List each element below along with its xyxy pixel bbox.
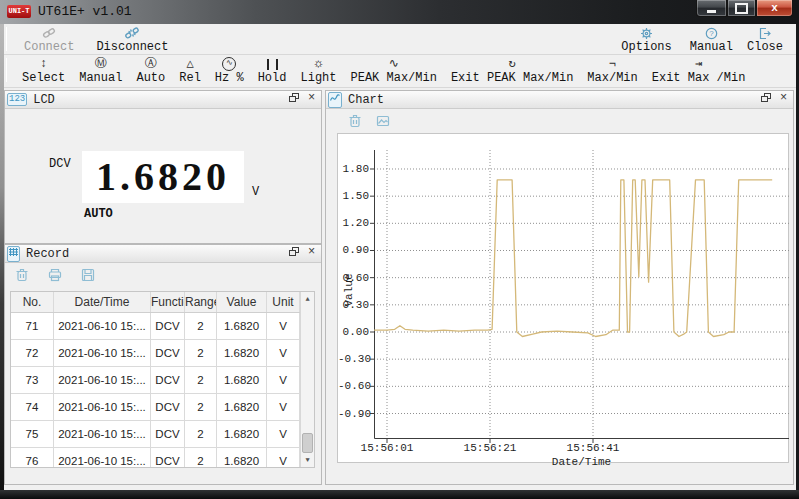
close-app-button[interactable]: Close [740, 26, 790, 54]
window-titlebar[interactable]: UNI-T UT61E+ v1.01 x [0, 0, 799, 24]
manual-button[interactable]: ? Manual [683, 26, 740, 54]
table-cell: 2 [185, 394, 217, 420]
plot-canvas[interactable] [374, 150, 789, 439]
desktop: UNI-T UT61E+ v1.01 x Connect Disconnect [0, 0, 799, 499]
table-cell: 2021-06-10 15:... [54, 340, 151, 366]
y-tick-label: -0.60 [338, 379, 369, 393]
triangle-icon: △ [186, 57, 193, 71]
print-records-icon[interactable] [48, 268, 62, 282]
y-tick-label: 0.60 [338, 271, 369, 285]
meter-toolbar: ↕ Select Ⓜ Manual Ⓐ Auto △ Rel ∿ Hz % Ho… [0, 55, 796, 88]
table-cell: 1.6820 [217, 394, 267, 420]
table-cell: 76 [11, 448, 54, 468]
waveform-icon: ∿ [389, 57, 399, 71]
table-row[interactable]: 742021-06-10 15:...DCV21.6820V [11, 394, 314, 421]
corner-arrow-icon: ⌐ [609, 57, 616, 71]
column-header[interactable]: Function [151, 292, 185, 312]
column-header[interactable]: Unit [267, 292, 300, 312]
table-cell: 2021-06-10 15:... [54, 313, 151, 339]
maximize-icon [735, 3, 748, 14]
scrollbar-thumb[interactable] [302, 433, 313, 453]
maxmin-button[interactable]: ⌐ Max/Min [580, 57, 644, 85]
pause-icon [267, 57, 278, 71]
chart-panel: Chart × Value -0.90-0.60-0.300.000. [325, 90, 794, 485]
lcd-panel-header[interactable]: 123 LCD × [5, 91, 321, 109]
table-cell: 1.6820 [217, 421, 267, 447]
y-tick-label: 1.20 [338, 216, 369, 230]
table-row[interactable]: 722021-06-10 15:...DCV21.6820V [11, 340, 314, 367]
table-cell: DCV [151, 340, 185, 366]
column-header[interactable]: Date/Time [54, 292, 151, 312]
y-tick-label: 1.50 [338, 189, 369, 203]
window-title: UT61E+ v1.01 [38, 4, 132, 19]
float-panel-icon[interactable] [760, 92, 771, 104]
disconnect-button[interactable]: Disconnect [89, 26, 175, 54]
rel-button[interactable]: △ Rel [172, 57, 208, 85]
broken-link-icon [125, 26, 139, 40]
y-tick-label: 0.00 [338, 325, 369, 339]
save-records-icon[interactable] [81, 268, 95, 282]
table-cell: 1.6820 [217, 340, 267, 366]
table-cell: V [267, 394, 300, 420]
table-cell: 1.6820 [217, 448, 267, 468]
chart-panel-header[interactable]: Chart × [326, 91, 793, 109]
circle-m-icon: Ⓜ [95, 57, 107, 71]
table-cell: 2 [185, 448, 217, 468]
window-border-bottom [0, 490, 799, 499]
table-row[interactable]: 732021-06-10 15:...DCV21.6820V [11, 367, 314, 394]
x-tick-label: 15:56:01 [357, 442, 417, 454]
clear-chart-icon[interactable] [348, 114, 362, 128]
select-button[interactable]: ↕ Select [15, 57, 72, 85]
options-button[interactable]: Options [614, 26, 678, 54]
svg-text:?: ? [709, 29, 714, 38]
table-scrollbar[interactable]: ▲ ▼ [300, 292, 314, 467]
table-cell: DCV [151, 367, 185, 393]
float-panel-icon[interactable] [288, 92, 299, 104]
close-window-button[interactable]: x [756, 0, 793, 17]
close-panel-icon[interactable]: × [778, 92, 789, 104]
peak-maxmin-button[interactable]: ∿ PEAK Max/Min [344, 57, 444, 85]
column-header[interactable]: Value [217, 292, 267, 312]
hz-percent-button[interactable]: ∿ Hz % [208, 57, 251, 85]
scroll-up-icon[interactable]: ▲ [301, 292, 314, 306]
close-panel-icon[interactable]: × [306, 92, 317, 104]
close-panel-icon[interactable]: × [306, 246, 317, 258]
float-panel-icon[interactable] [288, 246, 299, 258]
light-button[interactable]: ☼ Light [293, 57, 343, 85]
exit-peak-maxmin-button[interactable]: ↻ Exit PEAK Max/Min [444, 57, 580, 85]
gear-icon [640, 26, 653, 40]
record-table: No.Date/TimeFunctionRangeValueUnit 71202… [10, 291, 315, 468]
table-row[interactable]: 712021-06-10 15:...DCV21.6820V [11, 313, 314, 340]
column-header[interactable]: No. [11, 292, 54, 312]
record-panel-header[interactable]: Record × [5, 245, 321, 263]
scroll-down-icon[interactable]: ▼ [301, 453, 314, 467]
record-table-body: 712021-06-10 15:...DCV21.6820V722021-06-… [11, 313, 314, 468]
manual-range-button[interactable]: Ⓜ Manual [72, 57, 129, 85]
close-icon: x [771, 2, 778, 14]
lcd-auto-label: AUTO [84, 207, 113, 221]
connect-button[interactable]: Connect [17, 26, 81, 54]
auto-range-button[interactable]: Ⓐ Auto [129, 57, 172, 85]
column-header[interactable]: Range [185, 292, 217, 312]
table-row[interactable]: 762021-06-10 15:...DCV21.6820V [11, 448, 314, 468]
hold-button[interactable]: Hold [251, 57, 294, 85]
exit-maxmin-button[interactable]: ⇥ Exit Max /Min [645, 57, 753, 85]
lcd-display: 1.6820 [82, 151, 244, 203]
minimize-button[interactable] [696, 0, 727, 17]
arrow-to-bar-icon: ⇥ [695, 57, 702, 71]
app-logo: UNI-T [7, 5, 31, 18]
lcd-mode-label: DCV [49, 157, 71, 171]
y-tick-label: 1.80 [338, 162, 369, 176]
table-cell: 75 [11, 421, 54, 447]
export-image-icon[interactable] [376, 114, 390, 128]
delete-records-icon[interactable] [15, 268, 29, 282]
table-row[interactable]: 752021-06-10 15:...DCV21.6820V [11, 421, 314, 448]
table-cell: DCV [151, 313, 185, 339]
table-cell: 72 [11, 340, 54, 366]
chart-toolbar [348, 114, 390, 128]
maximize-button[interactable] [727, 0, 756, 17]
table-cell: 74 [11, 394, 54, 420]
record-toolbar [15, 268, 95, 282]
table-cell: V [267, 313, 300, 339]
chart-data-line [374, 180, 772, 337]
